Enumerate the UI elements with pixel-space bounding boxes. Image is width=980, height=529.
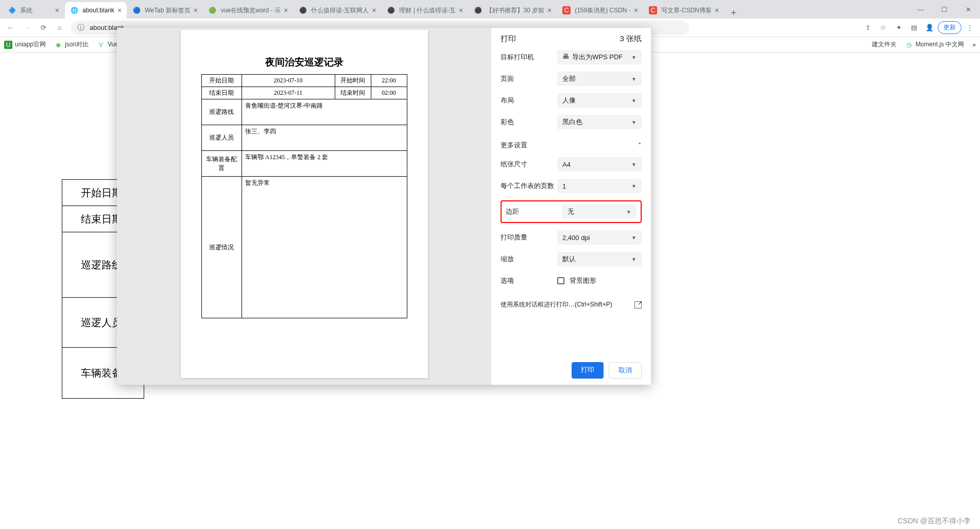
destination-label: 目标打印机 <box>501 53 557 62</box>
pages-dropdown[interactable]: 全部▼ <box>557 72 642 86</box>
update-button[interactable]: 更新 <box>938 21 961 34</box>
chevron-down-icon: ▼ <box>631 76 637 82</box>
color-value: 黑白色 <box>562 117 582 127</box>
extensions-icon[interactable]: ✦ <box>891 21 906 35</box>
destination-value: 导出为WPS PDF <box>572 53 623 62</box>
quality-dropdown[interactable]: 2,400 dpi▼ <box>557 230 642 245</box>
favicon-icon: 🔵 <box>132 6 141 14</box>
color-dropdown[interactable]: 黑白色▼ <box>557 115 642 129</box>
close-icon[interactable]: × <box>284 6 288 14</box>
profile-icon[interactable]: 👤 <box>922 21 937 35</box>
close-icon[interactable]: × <box>547 6 552 14</box>
margin-dropdown[interactable]: 无▼ <box>562 204 637 219</box>
preview-page: 夜间治安巡逻记录 开始日期 2023-07-10 开始时间 22:00 结束日期… <box>181 30 428 378</box>
cell-value: 暂无异常 <box>242 177 407 318</box>
chevron-down-icon: ▼ <box>631 257 637 262</box>
scale-dropdown[interactable]: 默认▼ <box>557 252 642 266</box>
favicon-icon: 🌐 <box>70 6 78 14</box>
bookmark-item[interactable]: 建文件夹 <box>872 40 897 49</box>
destination-dropdown[interactable]: 🖶导出为WPS PDF ▼ <box>557 50 642 64</box>
pages-count: 3 张纸 <box>620 34 642 44</box>
close-icon[interactable]: × <box>117 6 122 14</box>
print-dialog: 夜间治安巡逻记录 开始日期 2023-07-10 开始时间 22:00 结束日期… <box>117 28 651 385</box>
info-icon: ⓘ <box>77 23 84 32</box>
favicon-icon: ⚫ <box>474 6 482 14</box>
quality-value: 2,400 dpi <box>562 234 590 242</box>
options-label: 选项 <box>501 276 557 285</box>
minimize-button[interactable]: — <box>909 1 933 18</box>
margin-highlight: 边距 无▼ <box>501 200 642 223</box>
tab-title: about:blank <box>82 7 114 14</box>
cell-label: 巡逻情况 <box>201 177 242 318</box>
close-window-button[interactable]: ✕ <box>956 1 980 18</box>
tab-strip: 🔷系统× 🌐about:blank× 🔵WeTab 新标签页× 🟢vue在线预览… <box>0 0 980 19</box>
cell-label: 开始时间 <box>335 75 371 87</box>
favicon-icon: C <box>562 6 571 14</box>
side-panel-icon[interactable]: ▤ <box>907 21 921 35</box>
margin-value: 无 <box>568 207 574 216</box>
maximize-button[interactable]: ☐ <box>933 1 956 18</box>
margin-label: 边距 <box>506 207 562 216</box>
chevron-down-icon: ▼ <box>631 98 637 104</box>
cell-label: 结束日期 <box>201 87 242 99</box>
close-icon[interactable]: × <box>194 6 198 14</box>
tab-2[interactable]: 🔵WeTab 新标签页× <box>127 2 203 19</box>
new-tab-button[interactable]: + <box>725 8 743 19</box>
close-icon[interactable]: × <box>634 6 638 14</box>
cell-value: 2023-07-11 <box>242 87 335 99</box>
chevron-down-icon: ▼ <box>626 209 631 215</box>
menu-button[interactable]: ⋮ <box>962 21 977 35</box>
close-icon[interactable]: × <box>372 6 376 14</box>
home-button[interactable]: ⌂ <box>53 21 67 35</box>
favicon-icon: 🟢 <box>209 6 217 14</box>
print-button[interactable]: 打印 <box>572 362 604 379</box>
chevron-right-icon[interactable]: » <box>972 41 976 48</box>
cell-label: 开始日期 <box>201 75 242 87</box>
tab-3[interactable]: 🟢vue在线预览word - 示× <box>203 2 293 19</box>
close-icon[interactable]: × <box>715 6 719 14</box>
paper-dropdown[interactable]: A4▼ <box>557 157 642 172</box>
bg-graphics-checkbox[interactable] <box>557 277 564 284</box>
favicon-icon: ⚫ <box>387 6 395 14</box>
chevron-down-icon: ▼ <box>631 162 637 167</box>
bookmark-item[interactable]: Uuniapp官网 <box>4 40 46 49</box>
tab-title: 【好书推荐】30 岁前 <box>486 6 544 15</box>
share-icon[interactable]: ⇪ <box>861 21 875 35</box>
print-title: 打印 <box>501 34 516 44</box>
tab-1[interactable]: 🌐about:blank× <box>65 2 127 19</box>
scale-value: 默认 <box>562 254 576 264</box>
forward-button[interactable]: → <box>20 21 34 35</box>
bookmark-icon: ◷ <box>905 41 913 49</box>
close-icon[interactable]: × <box>459 6 463 14</box>
sheets-dropdown[interactable]: 1▼ <box>557 179 642 193</box>
tab-title: 什么值得读-互联网人 <box>311 6 369 15</box>
reload-button[interactable]: ⟳ <box>36 21 50 35</box>
favicon-icon: C <box>649 6 657 14</box>
tab-6[interactable]: ⚫【好书推荐】30 岁前× <box>469 2 557 19</box>
more-settings-toggle[interactable]: 更多设置 ˄ <box>501 141 642 150</box>
chevron-down-icon: ▼ <box>631 120 637 125</box>
print-preview[interactable]: 夜间治安巡逻记录 开始日期 2023-07-10 开始时间 22:00 结束日期… <box>117 28 491 385</box>
tab-title: vue在线预览word - 示 <box>221 6 281 15</box>
scale-label: 缩放 <box>501 254 557 264</box>
pages-label: 页面 <box>501 74 557 83</box>
bookmark-item[interactable]: ◉json对比 <box>54 40 89 49</box>
layout-value: 人像 <box>562 96 576 105</box>
tab-7[interactable]: C(159条消息) CSDN - × <box>557 2 643 19</box>
tab-4[interactable]: ⚫什么值得读-互联网人× <box>294 2 381 19</box>
document-table: 开始日期 2023-07-10 开始时间 22:00 结束日期 2023-07-… <box>201 74 407 318</box>
star-icon[interactable]: ☆ <box>876 21 890 35</box>
cell-label: 巡逻人员 <box>201 125 242 151</box>
layout-dropdown[interactable]: 人像▼ <box>557 93 642 108</box>
close-icon[interactable]: × <box>55 6 59 14</box>
bookmark-label: 建文件夹 <box>872 40 897 49</box>
tab-0[interactable]: 🔷系统× <box>3 2 64 19</box>
print-settings: 打印 3 张纸 目标打印机 🖶导出为WPS PDF ▼ 页面 全部▼ 布局 人像… <box>491 28 651 385</box>
sheets-label: 每个工作表的页数 <box>501 181 557 191</box>
tab-8[interactable]: C写文章-CSDN博客× <box>644 2 724 19</box>
cancel-button[interactable]: 取消 <box>609 362 642 379</box>
system-dialog-link[interactable]: 使用系统对话框进行打印…(Ctrl+Shift+P) <box>501 300 642 309</box>
tab-5[interactable]: ⚫理财 | 什么值得读-互× <box>382 2 468 19</box>
back-button[interactable]: ← <box>3 21 18 35</box>
bookmark-item[interactable]: ◷Moment.js 中文网 <box>905 40 965 49</box>
